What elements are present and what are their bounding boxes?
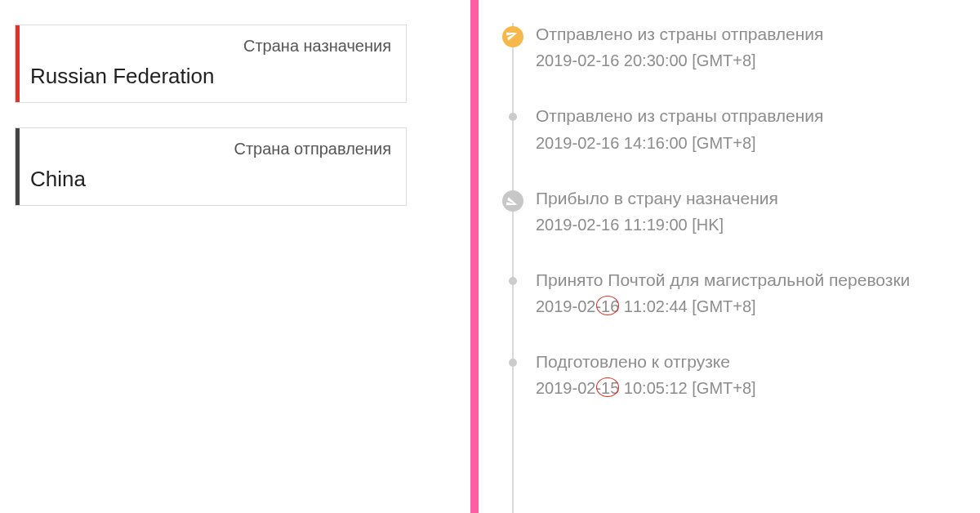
dot-icon — [509, 359, 517, 367]
timeline-event: Принято Почтой для магистральной перевоз… — [500, 269, 964, 316]
timeline-event: Прибыло в страну назначения 2019-02-16 1… — [500, 187, 964, 234]
event-title: Отправлено из страны отправления — [536, 105, 964, 127]
destination-value: Russian Federation — [30, 64, 391, 89]
event-date: 2019-02-16 11:19:00 [HK] — [536, 216, 964, 234]
divider-bar — [470, 0, 479, 513]
country-panel: Страна назначения Russian Federation Стр… — [15, 25, 407, 230]
origin-value: China — [30, 167, 391, 192]
timeline-event: Отправлено из страны отправления 2019-02… — [500, 105, 964, 152]
origin-card: Страна отправления China — [15, 127, 407, 206]
event-title: Принято Почтой для магистральной перевоз… — [536, 269, 964, 291]
origin-label: Страна отправления — [30, 140, 391, 158]
destination-accent — [16, 25, 20, 102]
dot-icon — [509, 277, 517, 285]
event-date: 2019-02-15 10:05:12 [GMT+8] — [536, 379, 964, 398]
event-date: 2019-02-16 11:02:44 [GMT+8] — [536, 297, 964, 316]
plane-down-icon — [502, 190, 523, 212]
plane-up-icon — [502, 26, 523, 47]
event-title: Прибыло в страну назначения — [536, 187, 964, 209]
destination-label: Страна назначения — [30, 37, 391, 56]
timeline-event: Отправлено из страны отправления 2019-02… — [500, 23, 964, 70]
event-date: 2019-02-16 14:16:00 [GMT+8] — [536, 134, 964, 153]
tracking-timeline: Отправлено из страны отправления 2019-02… — [500, 23, 964, 432]
event-title: Подготовлено к отгрузке — [536, 350, 964, 372]
event-title: Отправлено из страны отправления — [536, 23, 964, 45]
timeline-event: Подготовлено к отгрузке 2019-02-15 10:05… — [500, 350, 964, 398]
origin-accent — [16, 128, 20, 205]
event-date-text: 2019-02-15 10:05:12 [GMT+8] — [536, 379, 756, 397]
event-date-text: 2019-02-16 11:02:44 [GMT+8] — [536, 297, 756, 315]
destination-card: Страна назначения Russian Federation — [15, 25, 407, 103]
event-date: 2019-02-16 20:30:00 [GMT+8] — [536, 51, 964, 70]
dot-icon — [509, 113, 517, 121]
